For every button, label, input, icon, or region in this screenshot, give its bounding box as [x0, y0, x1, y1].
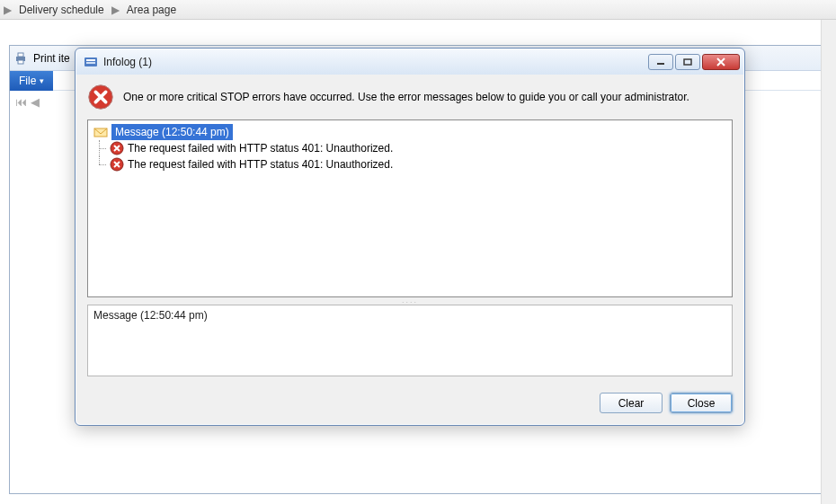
- titlebar[interactable]: Infolog (1): [76, 49, 743, 75]
- file-menu-label: File: [19, 75, 36, 87]
- minimize-button[interactable]: [648, 54, 673, 70]
- svg-rect-4: [86, 59, 95, 61]
- dialog-title: Infolog (1): [103, 56, 648, 68]
- tree-root-label: Message (12:50:44 pm): [111, 124, 233, 140]
- tree-item-label: The request failed with HTTP status 401:…: [128, 156, 393, 172]
- stop-error-icon: [87, 84, 114, 111]
- nav-prev-icon[interactable]: ◀: [31, 95, 40, 109]
- nav-first-icon[interactable]: ⏮: [15, 95, 27, 109]
- breadcrumb-item[interactable]: Delivery schedule: [19, 4, 104, 16]
- tree-item-label: The request failed with HTTP status 401:…: [128, 140, 393, 156]
- chevron-down-icon: ▾: [40, 76, 44, 85]
- breadcrumb: ▶ Delivery schedule ▶ Area page: [0, 0, 836, 20]
- print-label[interactable]: Print ite: [33, 52, 70, 65]
- clear-button[interactable]: Clear: [600, 393, 663, 413]
- infolog-dialog: Infolog (1) One or more critical STOP: [75, 48, 745, 426]
- dialog-summary-text: One or more critical STOP errors have oc…: [123, 91, 733, 103]
- svg-rect-2: [18, 60, 23, 64]
- error-icon: [110, 157, 124, 172]
- print-icon[interactable]: [13, 51, 28, 66]
- splitter-handle[interactable]: ····: [87, 297, 733, 305]
- chevron-right-icon: ▶: [4, 4, 12, 16]
- tree-item[interactable]: The request failed with HTTP status 401:…: [92, 156, 728, 172]
- message-tree[interactable]: Message (12:50:44 pm) The request failed…: [87, 119, 733, 297]
- dialog-buttons: Clear Close: [87, 393, 733, 413]
- tree-root[interactable]: Message (12:50:44 pm): [92, 124, 728, 140]
- error-icon: [110, 141, 124, 155]
- maximize-button[interactable]: [675, 54, 700, 70]
- window-controls: [648, 54, 740, 70]
- close-window-button[interactable]: [702, 54, 740, 70]
- svg-rect-7: [684, 59, 691, 65]
- detail-text: Message (12:50:44 pm): [93, 309, 208, 322]
- dialog-summary-row: One or more critical STOP errors have oc…: [87, 84, 733, 111]
- dialog-body: One or more critical STOP errors have oc…: [76, 75, 743, 424]
- file-menu-button[interactable]: File ▾: [10, 71, 53, 91]
- svg-rect-6: [657, 63, 664, 65]
- vertical-scrollbar[interactable]: [821, 20, 836, 504]
- envelope-icon: [93, 125, 108, 139]
- close-button[interactable]: Close: [670, 393, 733, 413]
- svg-rect-1: [18, 53, 23, 57]
- tree-item[interactable]: The request failed with HTTP status 401:…: [92, 140, 728, 156]
- svg-rect-5: [86, 62, 95, 64]
- app-icon: [84, 55, 98, 69]
- chevron-right-icon: ▶: [111, 4, 120, 16]
- breadcrumb-item[interactable]: Area page: [127, 4, 176, 16]
- detail-panel[interactable]: Message (12:50:44 pm): [87, 305, 733, 376]
